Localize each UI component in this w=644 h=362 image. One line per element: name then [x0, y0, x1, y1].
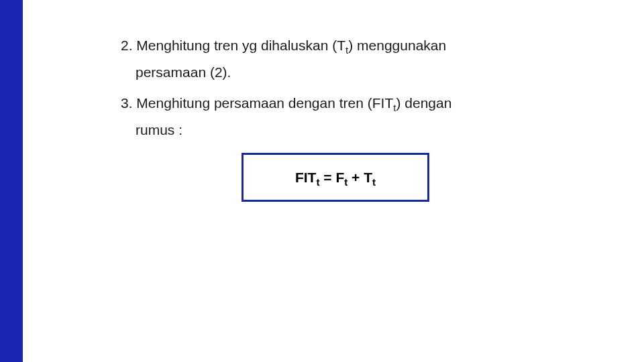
list-item-3: 3. Menghitung persamaan dengan tren (FIT… — [121, 90, 550, 143]
formula-text: FIT — [295, 170, 317, 185]
subscript: t — [372, 176, 376, 188]
left-accent-bar — [0, 0, 23, 362]
formula-text: + T — [347, 170, 372, 185]
slide: 2. Menghitung tren yg dihaluskan (Tt) me… — [0, 0, 644, 362]
text: 3. Menghitung persamaan dengan tren (FIT — [121, 95, 393, 111]
slide-content: 2. Menghitung tren yg dihaluskan (Tt) me… — [121, 32, 550, 202]
list-item-2: 2. Menghitung tren yg dihaluskan (Tt) me… — [121, 32, 550, 86]
formula-box: FITt = Ft + Tt — [241, 153, 429, 202]
text-indent: rumus : — [121, 117, 550, 143]
text-indent: persamaan (2). — [121, 59, 550, 86]
text: 2. Menghitung tren yg dihaluskan (T — [121, 38, 345, 53]
formula-text: = F — [319, 170, 344, 185]
text: ) menggunakan — [348, 38, 446, 53]
text: ) dengan — [396, 95, 451, 111]
